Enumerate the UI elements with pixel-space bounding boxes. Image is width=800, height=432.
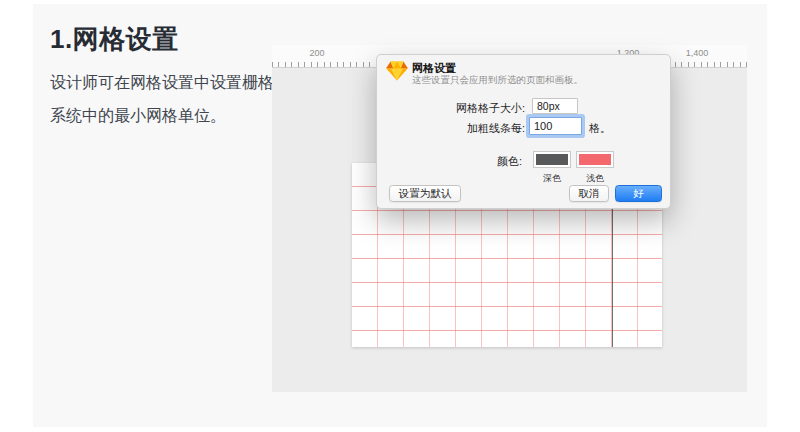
cancel-button[interactable]: 取消 — [569, 185, 609, 202]
set-default-button[interactable]: 设置为默认 — [389, 185, 461, 202]
ok-button[interactable]: 好 — [615, 185, 662, 202]
page-description: 设计师可在网格设置中设置栅格系统中的最小网格单位。 — [50, 66, 278, 132]
grid-settings-dialog: 网格设置 这些设置只会应用到所选的页面和画板。 网格格子大小: 加粗线条每: 格… — [376, 54, 671, 209]
thick-lines-label: 加粗线条每: — [405, 121, 525, 136]
light-color-well[interactable] — [576, 151, 614, 168]
light-color-swatch — [579, 154, 611, 165]
dark-color-swatch — [536, 154, 568, 165]
grid-size-label: 网格格子大小: — [405, 101, 525, 116]
sketch-diamond-icon — [386, 61, 408, 81]
ruler-label-1400: 1,400 — [686, 48, 709, 58]
sketch-screenshot: 200 1,200 1,400 网格设置 这些设置 — [272, 45, 747, 392]
colors-label: 颜色: — [402, 154, 522, 169]
content-band: 1.网格设置 设计师可在网格设置中设置栅格系统中的最小网格单位。 200 1,2… — [33, 4, 767, 427]
thick-lines-unit: 格。 — [589, 121, 611, 136]
dark-swatch-label: 深色 — [533, 172, 571, 185]
thick-lines-input[interactable] — [529, 117, 582, 135]
tutorial-page: 1.网格设置 设计师可在网格设置中设置栅格系统中的最小网格单位。 200 1,2… — [0, 0, 800, 432]
ruler-label-200: 200 — [309, 48, 324, 58]
dialog-subtitle: 这些设置只会应用到所选的页面和画板。 — [412, 74, 583, 87]
page-title: 1.网格设置 — [50, 22, 179, 57]
light-swatch-label: 浅色 — [576, 172, 614, 185]
grid-size-input[interactable] — [532, 98, 578, 114]
dark-color-well[interactable] — [533, 151, 571, 168]
